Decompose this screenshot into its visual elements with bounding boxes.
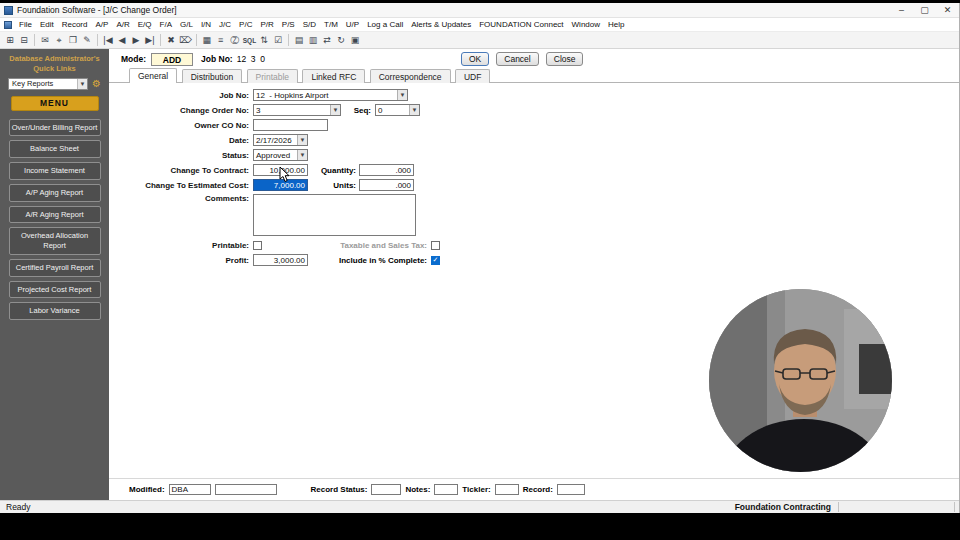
list-icon[interactable]: ≡ xyxy=(214,33,228,47)
grid-icon[interactable]: ▦ xyxy=(200,33,214,47)
key-reports-label: Key Reports xyxy=(9,79,77,88)
menu-log-a-call[interactable]: Log a Call xyxy=(363,20,407,29)
cancel-button[interactable]: Cancel xyxy=(496,52,538,66)
job-no-field[interactable]: 12 - Hopkins Airport ▼ xyxy=(253,89,408,101)
wrench-icon[interactable]: ⚙ xyxy=(92,79,101,89)
mode-label: Mode: xyxy=(121,54,146,64)
owner-co-no-field[interactable] xyxy=(253,119,328,131)
toolbar: ⊞ ⊟ ✉ ⌖ ❐ ✎ |◀ ◀ ▶ ▶| ✖ ⌦ ▦ ≡ Ⓩ SQL ⇅ ☑ … xyxy=(0,32,959,49)
menu-ps[interactable]: P/S xyxy=(278,20,299,29)
menu-button[interactable]: MENU xyxy=(11,96,99,111)
menu-foundation-connect[interactable]: FOUNDATION Connect xyxy=(475,20,567,29)
seq-label: Seq: xyxy=(331,106,371,115)
menu-in[interactable]: I/N xyxy=(197,20,215,29)
chevron-down-icon[interactable]: ▼ xyxy=(397,90,407,100)
menu-eq[interactable]: E/Q xyxy=(134,20,156,29)
pin-icon[interactable]: ⌖ xyxy=(52,33,66,47)
menu-fa[interactable]: F/A xyxy=(156,20,176,29)
refresh-icon[interactable]: ↻ xyxy=(334,33,348,47)
comments-textarea[interactable] xyxy=(253,194,416,236)
sidebar-item-ar-aging-report[interactable]: A/R Aging Report xyxy=(9,206,101,224)
status-field[interactable]: Approved ▼ xyxy=(253,149,308,161)
menu-help[interactable]: Help xyxy=(604,20,628,29)
record-field xyxy=(557,484,585,495)
date-label: Date: xyxy=(109,136,253,145)
menu-window[interactable]: Window xyxy=(568,20,604,29)
close-button[interactable]: ✕ xyxy=(936,3,959,18)
record-bar: Modified: DBA Record Status: Notes: Tick… xyxy=(129,483,953,496)
tab-correspondence[interactable]: Correspondence xyxy=(370,69,451,83)
notes-field[interactable] xyxy=(434,484,458,495)
menu-edit[interactable]: Edit xyxy=(36,20,58,29)
units-field[interactable]: .000 xyxy=(359,179,414,191)
copy-icon[interactable]: ❐ xyxy=(66,33,80,47)
last-record-icon[interactable]: ▶| xyxy=(143,33,157,47)
change-order-no-field[interactable]: 3 ▼ xyxy=(253,104,341,116)
date-field[interactable]: 2/17/2026 ▼ xyxy=(253,134,308,146)
tab-linked-rfc[interactable]: Linked RFC xyxy=(302,69,365,83)
sidebar-item-over-under-billing-report[interactable]: Over/Under Billing Report xyxy=(9,119,101,137)
trash-icon[interactable]: ⌦ xyxy=(178,33,193,47)
next-record-icon[interactable]: ▶ xyxy=(129,33,143,47)
document-icon[interactable]: ▤ xyxy=(292,33,306,47)
monitor-icon[interactable]: ▣ xyxy=(348,33,362,47)
modified-date-field xyxy=(215,484,277,495)
change-to-contract-label: Change To Contract: xyxy=(109,166,253,175)
chevron-down-icon[interactable]: ▼ xyxy=(297,150,307,160)
sql-icon[interactable]: SQL xyxy=(242,33,257,47)
first-record-icon[interactable]: |◀ xyxy=(101,33,115,47)
sidebar-item-certified-payroll-report[interactable]: Certified Payroll Report xyxy=(9,259,101,277)
maximize-button[interactable]: ▢ xyxy=(913,3,936,18)
edit-icon[interactable]: ✎ xyxy=(80,33,94,47)
tab-distribution[interactable]: Distribution xyxy=(182,69,243,83)
sidebar-item-labor-variance[interactable]: Labor Variance xyxy=(9,302,101,320)
ok-button[interactable]: OK xyxy=(461,52,489,66)
sidebar-item-balance-sheet[interactable]: Balance Sheet xyxy=(9,140,101,158)
quantity-field[interactable]: .000 xyxy=(359,164,414,176)
statusbar: Ready Foundation Contracting xyxy=(0,500,959,513)
minimize-button[interactable]: – xyxy=(890,3,913,18)
menu-sd[interactable]: S/D xyxy=(299,20,320,29)
sidebar-item-ap-aging-report[interactable]: A/P Aging Report xyxy=(9,184,101,202)
prev-record-icon[interactable]: ◀ xyxy=(115,33,129,47)
seq-field[interactable]: 0 ▼ xyxy=(375,104,420,116)
tab-udf[interactable]: UDF xyxy=(455,69,490,83)
zoom-icon[interactable]: Ⓩ xyxy=(228,33,242,47)
chevron-down-icon[interactable]: ▼ xyxy=(409,105,419,115)
close-form-button[interactable]: Close xyxy=(546,52,584,66)
include-in-pct-complete-checkbox[interactable]: ✓ xyxy=(431,256,440,265)
tickler-field[interactable] xyxy=(495,484,519,495)
menu-ap[interactable]: A/P xyxy=(91,20,112,29)
sidebar-item-overhead-allocation-report[interactable]: Overhead Allocation Report xyxy=(9,227,101,255)
menu-pc[interactable]: P/C xyxy=(235,20,256,29)
tile-windows-icon[interactable]: ⊞ xyxy=(3,33,17,47)
menu-tm[interactable]: T/M xyxy=(320,20,342,29)
tab-strip: General Distribution Printable Linked RF… xyxy=(109,68,959,83)
quick-links-line1: Database Administrator's xyxy=(9,54,99,63)
sidebar-item-projected-cost-report[interactable]: Projected Cost Report xyxy=(9,281,101,299)
email-icon[interactable]: ✉ xyxy=(38,33,52,47)
menu-alerts-updates[interactable]: Alerts & Updates xyxy=(407,20,475,29)
key-reports-select[interactable]: Key Reports ▼ xyxy=(8,78,88,90)
chevron-down-icon[interactable]: ▼ xyxy=(297,135,307,145)
change-to-estimated-cost-label: Change To Estimated Cost: xyxy=(109,181,253,190)
menu-file[interactable]: File xyxy=(15,20,36,29)
delete-record-icon[interactable]: ✖ xyxy=(164,33,178,47)
menu-record[interactable]: Record xyxy=(58,20,92,29)
menu-jc[interactable]: J/C xyxy=(215,20,235,29)
cascade-windows-icon[interactable]: ⊟ xyxy=(17,33,31,47)
tab-general[interactable]: General xyxy=(129,68,177,83)
menu-pr[interactable]: P/R xyxy=(256,20,277,29)
menu-ar[interactable]: A/R xyxy=(112,20,133,29)
webcam-overlay xyxy=(709,289,892,472)
menu-gl[interactable]: G/L xyxy=(176,20,197,29)
menu-up[interactable]: U/P xyxy=(342,20,363,29)
include-in-pct-complete-label: Include in % Complete: xyxy=(259,256,427,265)
checklist-icon[interactable]: ☑ xyxy=(271,33,285,47)
sort-icon[interactable]: ⇅ xyxy=(257,33,271,47)
taxable-sales-tax-checkbox[interactable] xyxy=(431,241,440,250)
report-icon[interactable]: ▥ xyxy=(306,33,320,47)
export-icon[interactable]: ⇄ xyxy=(320,33,334,47)
modified-label: Modified: xyxy=(129,485,165,494)
sidebar-item-income-statement[interactable]: Income Statement xyxy=(9,162,101,180)
